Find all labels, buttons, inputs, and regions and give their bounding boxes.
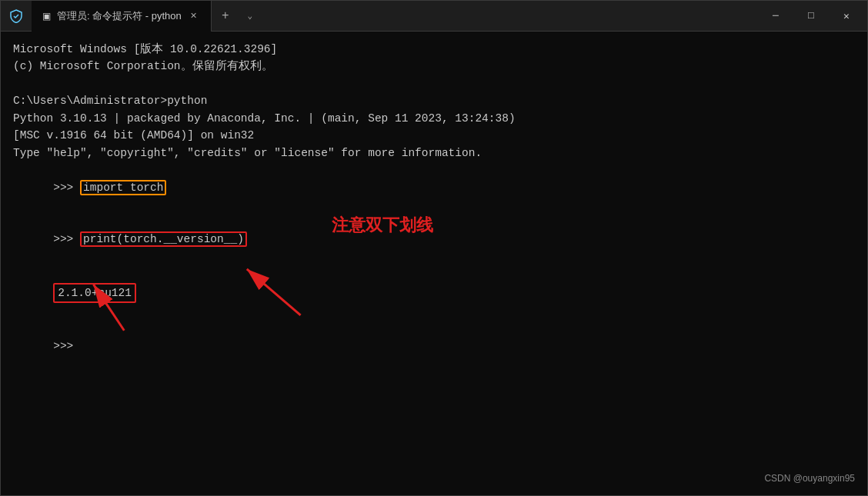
prompt-print-line: >>> print(torch.__version__) [13,214,855,265]
tab-terminal-icon: ▣ [42,11,51,22]
titlebar-controls: ─ □ ✕ [758,1,864,32]
prompt3: >>> [53,340,73,352]
maximize-button[interactable]: □ [793,1,829,32]
output-line-1: Microsoft Windows [版本 10.0.22621.3296] [13,41,855,58]
tab-dropdown-button[interactable]: ⌄ [239,2,261,30]
output-line-2: (c) Microsoft Corporation。保留所有权利。 [13,58,855,75]
output-line-version: 2.1.0+cu121 [13,265,855,320]
watermark: CSDN @ouyangxin95 [764,471,855,486]
print-command: print(torch.__version__) [80,231,247,247]
titlebar: ▣ 管理员: 命令提示符 - python ✕ + ⌄ ─ □ ✕ [1,1,867,32]
shield-icon [9,9,23,23]
output-line-4: C:\Users\Administrator>python [13,92,855,109]
prompt1: >>> [53,181,80,194]
prompt2: >>> [53,233,80,245]
new-tab-button[interactable]: + [212,2,239,30]
terminal-body[interactable]: Microsoft Windows [版本 10.0.22621.3296] (… [1,32,867,495]
minimize-button[interactable]: ─ [758,1,793,32]
output-line-7: Type "help", "copyright", "credits" or "… [13,145,855,161]
tab-label: 管理员: 命令提示符 - python [57,9,182,23]
shield-icon-wrap [1,1,32,32]
output-line-5: Python 3.10.13 | packaged by Anaconda, I… [13,110,855,127]
active-tab[interactable]: ▣ 管理员: 命令提示符 - python ✕ [32,1,212,32]
prompt-import-line: >>> import torch [13,161,855,213]
prompt3-line: >>> [13,321,855,372]
import-command: import torch [80,180,166,195]
titlebar-left: ▣ 管理员: 命令提示符 - python ✕ + ⌄ [1,1,758,32]
version-output: 2.1.0+cu121 [53,283,136,303]
close-button[interactable]: ✕ [829,1,864,32]
annotation-text: 注意双下划线 [332,212,433,238]
terminal-window: ▣ 管理员: 命令提示符 - python ✕ + ⌄ ─ □ ✕ Micros… [0,0,868,496]
tab-close-button[interactable]: ✕ [188,10,200,22]
output-line-6: [MSC v.1916 64 bit (AMD64)] on win32 [13,127,855,144]
output-line-3 [13,75,855,92]
